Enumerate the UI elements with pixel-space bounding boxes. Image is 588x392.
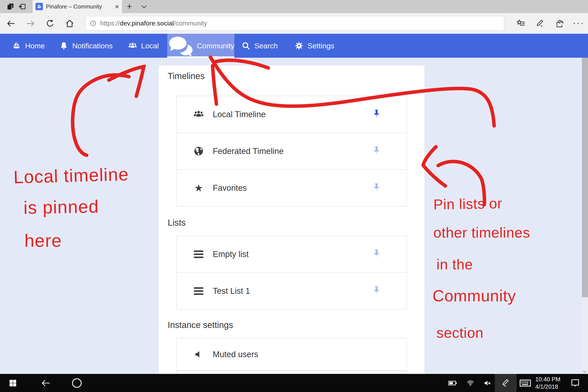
url-scheme: https:// [100, 20, 120, 27]
list-icon [193, 249, 204, 260]
bell-icon [59, 41, 68, 50]
pin-icon-unpinned[interactable] [371, 285, 382, 296]
pin-icon-unpinned[interactable] [371, 182, 382, 194]
url-field[interactable]: https://dev.pinafore.social/community [86, 16, 504, 30]
close-tab-icon[interactable]: × [115, 3, 119, 10]
home-button[interactable] [65, 19, 74, 28]
clock-time: 10:40 PM [535, 376, 560, 383]
nav-item-community[interactable]: Community [167, 34, 234, 58]
globe-icon [193, 146, 204, 156]
url-path: /community [174, 20, 207, 27]
pin-icon-unpinned[interactable] [371, 248, 382, 260]
more-options-icon[interactable]: ··· [572, 19, 586, 28]
action-center-icon[interactable] [568, 374, 583, 392]
touch-keyboard-icon[interactable] [517, 374, 534, 392]
battery-icon[interactable] [446, 374, 460, 392]
community-page: Timelines Local Timeline Federated Timel… [0, 58, 588, 374]
refresh-button[interactable] [45, 19, 55, 28]
nav-item-home[interactable]: Home [12, 34, 45, 58]
list-item-local-timeline[interactable]: Local Timeline [176, 96, 406, 133]
set-aside-tabs-icon[interactable] [6, 2, 14, 10]
cortana-circle-icon[interactable] [69, 374, 84, 392]
users-icon [128, 41, 137, 50]
wifi-icon[interactable] [464, 374, 477, 392]
browser-tab-bar: Pinafore – Community × + [0, 0, 588, 13]
clock-date: 4/1/2018 [535, 383, 560, 390]
mute-icon [193, 349, 204, 360]
scrollbar-thumb[interactable] [582, 58, 588, 297]
browser-address-bar: https://dev.pinafore.social/community ··… [0, 13, 588, 34]
list-item-muted-users[interactable]: Muted users [176, 338, 406, 371]
nav-item-local[interactable]: Local [128, 34, 159, 58]
scrollbar-down-chevron-icon[interactable] [583, 369, 587, 373]
url-text: https://dev.pinafore.social/community [100, 20, 207, 27]
nav-item-search[interactable]: Search [241, 34, 278, 58]
windows-ink-pen-icon[interactable] [495, 374, 516, 392]
gear-icon [294, 41, 304, 50]
timelines-list: Local Timeline Federated Timeline ★ Favo… [176, 96, 407, 206]
back-button[interactable] [6, 19, 16, 28]
favorites-hub-icon[interactable] [516, 19, 526, 28]
pin-icon-pinned[interactable] [371, 109, 382, 120]
list-item-partial [176, 371, 406, 374]
taskbar-back-icon[interactable] [38, 374, 54, 392]
share-icon[interactable] [555, 19, 564, 28]
list-item-favorites[interactable]: ★ Favorites [176, 170, 406, 206]
tab-list-chevron-icon[interactable] [138, 0, 150, 13]
pinafore-favicon [36, 3, 43, 10]
list-item-empty-list[interactable]: Empty list [176, 236, 406, 272]
pin-icon-unpinned[interactable] [371, 146, 382, 157]
instance-settings-list: Muted users [176, 338, 407, 374]
nav-item-notifications[interactable]: Notifications [59, 34, 112, 58]
active-tab[interactable]: Pinafore – Community × [32, 0, 122, 13]
tab-preview-icon[interactable] [18, 2, 26, 10]
search-icon [241, 41, 250, 50]
users-icon [193, 109, 204, 120]
url-host: dev.pinafore.social [120, 20, 174, 27]
scrollbar-track[interactable] [582, 58, 588, 374]
section-heading-instance-settings: Instance settings [168, 320, 233, 330]
star-icon: ★ [193, 182, 204, 194]
volume-muted-icon[interactable] [481, 374, 494, 392]
section-heading-timelines: Timelines [168, 71, 205, 81]
section-heading-lists: Lists [168, 218, 186, 228]
lists-list: Empty list Test List 1 [176, 236, 407, 310]
nav-item-settings[interactable]: Settings [294, 34, 334, 58]
tab-title: Pinafore – Community [46, 3, 112, 10]
list-item-test-list-1[interactable]: Test List 1 [176, 272, 406, 309]
site-info-icon[interactable] [90, 20, 97, 27]
new-tab-button[interactable]: + [123, 0, 136, 13]
web-note-pen-icon[interactable] [536, 19, 545, 28]
edge-browser-window: Pinafore – Community × + https://dev.pin… [0, 0, 588, 392]
list-icon [193, 286, 204, 296]
windows-start-icon[interactable] [5, 374, 20, 392]
pinafore-nav-bar: Home Notifications Local Community Searc… [0, 34, 588, 58]
forward-button[interactable] [26, 19, 35, 28]
taskbar-clock[interactable]: 10:40 PM 4/1/2018 [535, 374, 560, 392]
sailboat-icon [12, 41, 21, 50]
windows-taskbar: 10:40 PM 4/1/2018 [0, 374, 588, 392]
list-item-federated-timeline[interactable]: Federated Timeline [176, 133, 406, 170]
